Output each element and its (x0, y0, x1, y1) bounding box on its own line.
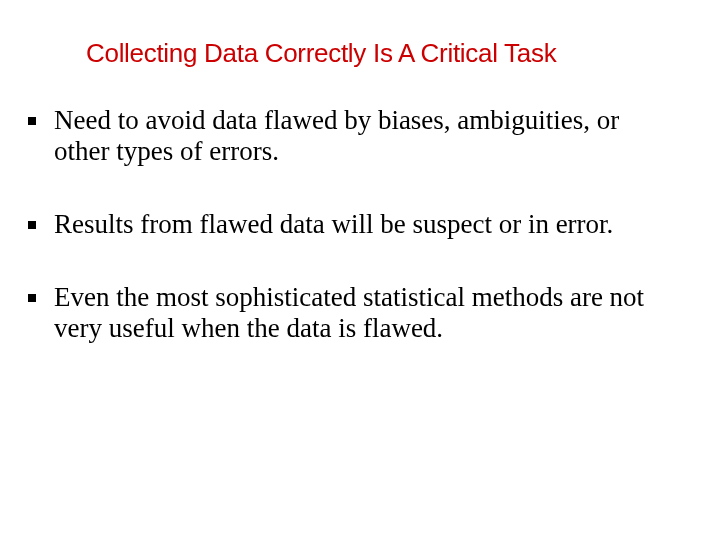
bullet-text: Need to avoid data flawed by biases, amb… (54, 105, 674, 167)
square-bullet-icon (28, 294, 36, 302)
list-item: Results from flawed data will be suspect… (28, 209, 692, 240)
list-item: Need to avoid data flawed by biases, amb… (28, 105, 692, 167)
square-bullet-icon (28, 221, 36, 229)
slide-title: Collecting Data Correctly Is A Critical … (86, 38, 692, 69)
list-item: Even the most sophisticated statistical … (28, 282, 692, 344)
bullet-text: Even the most sophisticated statistical … (54, 282, 674, 344)
bullet-text: Results from flawed data will be suspect… (54, 209, 613, 240)
square-bullet-icon (28, 117, 36, 125)
bullet-list: Need to avoid data flawed by biases, amb… (28, 105, 692, 344)
